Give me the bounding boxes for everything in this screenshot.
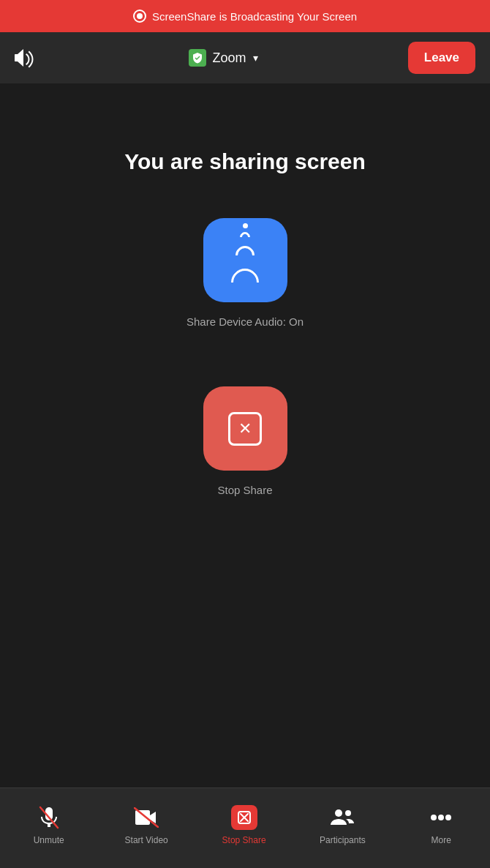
stop-share-button[interactable]: ✕ <box>203 386 287 471</box>
unmute-label: Unmute <box>34 835 64 845</box>
mic-slash-icon <box>36 804 62 831</box>
stop-x-icon: ✕ <box>238 421 252 437</box>
stop-share-toolbar-button[interactable]: Stop Share <box>215 798 274 851</box>
svg-point-9 <box>445 815 451 820</box>
top-bar: Zoom ▾ Leave <box>0 32 490 83</box>
stop-share-toolbar-label: Stop Share <box>222 835 266 845</box>
zoom-title[interactable]: Zoom ▾ <box>189 49 258 67</box>
main-content: You are sharing screen Share Device Audi… <box>0 83 490 496</box>
start-video-button[interactable]: Start Video <box>117 798 176 851</box>
share-device-audio-button[interactable] <box>203 218 287 302</box>
broadcast-dot-icon <box>133 10 146 23</box>
audio-label: Share Device Audio: On <box>186 315 304 328</box>
wifi-icon <box>231 225 259 296</box>
more-button[interactable]: More <box>412 798 470 851</box>
video-slash-icon <box>133 804 159 831</box>
shield-icon <box>189 49 206 67</box>
participants-label: Participants <box>320 835 366 845</box>
broadcast-banner: ScreenShare is Broadcasting Your Screen <box>0 0 490 32</box>
stop-share-bar-icon <box>231 804 257 831</box>
unmute-button[interactable]: Unmute <box>20 798 78 851</box>
sharing-title: You are sharing screen <box>124 149 366 174</box>
stop-share-label: Stop Share <box>217 484 272 496</box>
start-video-label: Start Video <box>125 835 168 845</box>
svg-point-5 <box>335 809 342 817</box>
stop-share-wrap: ✕ Stop Share <box>203 386 287 496</box>
svg-point-8 <box>438 815 444 820</box>
speaker-icon[interactable] <box>15 48 39 68</box>
stop-x-box: ✕ <box>228 412 262 446</box>
svg-point-6 <box>345 810 351 816</box>
broadcast-text: ScreenShare is Broadcasting Your Screen <box>152 10 357 23</box>
zoom-title-text: Zoom <box>212 50 246 66</box>
svg-point-7 <box>431 815 437 820</box>
more-dots-icon <box>428 804 454 831</box>
participants-button[interactable]: Participants <box>312 798 373 851</box>
audio-button-wrap: Share Device Audio: On <box>186 218 304 328</box>
bottom-toolbar: Unmute Start Video Stop Share <box>0 787 490 868</box>
chevron-down-icon: ▾ <box>253 52 258 64</box>
more-label: More <box>431 835 451 845</box>
participants-icon <box>329 804 355 831</box>
leave-button[interactable]: Leave <box>408 42 475 74</box>
